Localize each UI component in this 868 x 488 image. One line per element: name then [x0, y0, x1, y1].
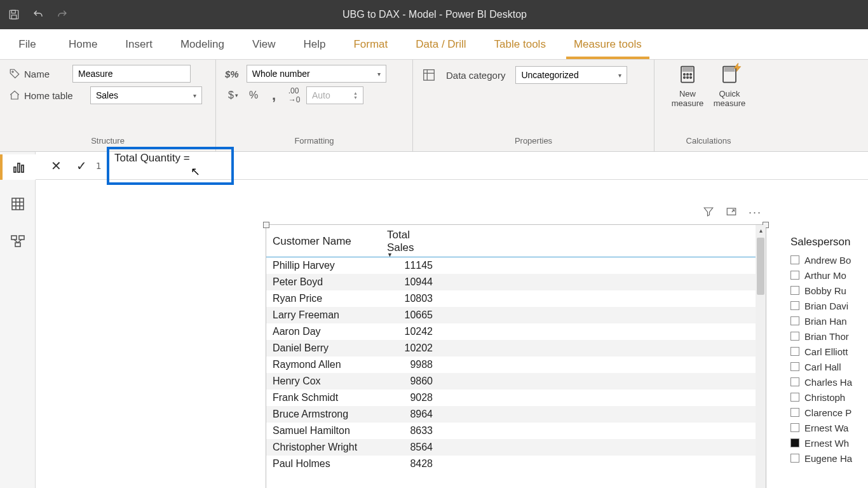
checkbox[interactable] [790, 316, 799, 325]
data-category-combo[interactable]: Uncategorized▾ [515, 66, 627, 84]
tab-format[interactable]: Format [339, 29, 402, 59]
formula-editor[interactable]: Total Quantity = ↖ [107, 147, 234, 185]
col-total-sales[interactable]: Total Sales [381, 225, 444, 257]
tab-modeling[interactable]: Modeling [166, 29, 238, 59]
data-category-label: Data category [446, 70, 505, 81]
tab-insert[interactable]: Insert [111, 29, 166, 59]
checkbox[interactable] [790, 301, 799, 310]
slicer-item[interactable]: Ernest Wa [790, 420, 868, 435]
slicer-item[interactable]: Carl Elliott [790, 344, 868, 359]
slicer-item[interactable]: Eugene Ha [790, 451, 868, 466]
scroll-up-icon[interactable]: ▴ [756, 225, 766, 235]
report-canvas[interactable]: ··· Customer Name Total Sales Phillip Ha… [36, 180, 868, 488]
slicer-item[interactable]: Clarence P [790, 405, 868, 420]
col-customer[interactable]: Customer Name [266, 225, 381, 257]
checkbox[interactable] [790, 332, 799, 341]
scroll-thumb[interactable] [757, 238, 764, 295]
table-row[interactable]: Bruce Armstrong8964 [266, 406, 766, 423]
decimal-places-input[interactable]: Auto▲▼ [306, 86, 363, 104]
slicer-item[interactable]: Charles Ha [790, 374, 868, 390]
table-row[interactable]: Ryan Price10803 [266, 290, 766, 307]
save-icon[interactable] [3, 3, 25, 26]
svg-rect-19 [22, 165, 24, 172]
slicer-item[interactable]: Andrew Bo [790, 252, 868, 268]
slicer-item[interactable]: Christoph [790, 390, 868, 405]
format-combo[interactable]: Whole number▾ [247, 65, 386, 83]
resize-handle[interactable] [263, 222, 269, 228]
data-view-button[interactable] [5, 191, 31, 217]
undo-icon[interactable] [27, 3, 50, 26]
slicer-item[interactable]: Brian Han [790, 313, 868, 329]
slicer-item-label: Eugene Ha [804, 453, 852, 464]
cell-sales: 8964 [381, 406, 444, 423]
table-row[interactable]: Paul Holmes8428 [266, 456, 766, 472]
checkbox[interactable] [790, 438, 799, 447]
table-row[interactable]: Daniel Berry10202 [266, 340, 766, 356]
tab-file[interactable]: File [0, 29, 55, 59]
data-table: Customer Name Total Sales Phillip Harvey… [266, 225, 766, 472]
table-row[interactable]: Raymond Allen9988 [266, 356, 766, 373]
percent-button[interactable]: % [245, 87, 262, 104]
tab-data-drill[interactable]: Data / Drill [402, 29, 480, 59]
tab-help[interactable]: Help [289, 29, 339, 59]
quick-measure-button[interactable]: Quick measure [712, 65, 747, 108]
svg-point-3 [12, 71, 13, 72]
new-measure-button[interactable]: New measure [670, 65, 705, 108]
slicer-item[interactable]: Arthur Mo [790, 268, 868, 283]
tab-view[interactable]: View [238, 29, 290, 59]
home-table-combo[interactable]: Sales▾ [90, 86, 202, 104]
measure-name-input[interactable] [72, 65, 191, 83]
slicer-item[interactable]: Carl Hall [790, 359, 868, 374]
cell-sales: 11145 [381, 257, 444, 274]
checkbox[interactable] [790, 255, 799, 264]
table-row[interactable]: Samuel Hamilton8633 [266, 423, 766, 439]
table-row[interactable]: Henry Cox9860 [266, 373, 766, 390]
spinner-icon[interactable]: ▲▼ [353, 91, 358, 100]
checkbox[interactable] [790, 408, 799, 417]
checkbox[interactable] [790, 347, 799, 356]
model-view-button[interactable] [5, 228, 31, 254]
tab-table-tools[interactable]: Table tools [480, 29, 560, 59]
commit-formula-button[interactable]: ✓ [69, 153, 94, 179]
chevron-down-icon: ▾ [193, 92, 196, 99]
slicer-item[interactable]: Bobby Ru [790, 283, 868, 298]
svg-rect-20 [12, 198, 24, 210]
svg-rect-2 [11, 15, 17, 19]
thousands-sep-button[interactable]: , [266, 87, 282, 104]
table-row[interactable]: Peter Boyd10944 [266, 274, 766, 290]
checkbox[interactable] [790, 362, 799, 371]
ribbon-tabs: File Home Insert Modeling View Help Form… [0, 29, 868, 60]
focus-mode-icon[interactable] [726, 206, 737, 220]
checkbox[interactable] [790, 454, 799, 463]
table-row[interactable]: Phillip Harvey11145 [266, 257, 766, 274]
cancel-formula-button[interactable]: ✕ [43, 153, 69, 179]
slicer-item-label: Ernest Wh [804, 438, 849, 449]
checkbox[interactable] [790, 423, 799, 432]
table-visual[interactable]: ··· Customer Name Total Sales Phillip Ha… [266, 224, 766, 488]
currency-button[interactable]: $▾ [225, 87, 241, 104]
cell-sales: 10202 [381, 340, 444, 356]
salesperson-slicer[interactable]: Salesperson Andrew BoArthur MoBobby RuBr… [790, 236, 868, 466]
format-icon: $% [225, 69, 239, 79]
table-row[interactable]: Frank Schmidt9028 [266, 390, 766, 406]
table-row[interactable]: Aaron Day10242 [266, 323, 766, 340]
checkbox[interactable] [790, 377, 799, 386]
decimals-button[interactable]: .00→0 [286, 87, 302, 104]
scrollbar[interactable]: ▴ [756, 225, 766, 488]
filter-icon[interactable] [703, 206, 714, 220]
checkbox[interactable] [790, 271, 799, 280]
checkbox[interactable] [790, 393, 799, 402]
tab-home[interactable]: Home [55, 29, 111, 59]
slicer-item[interactable]: Brian Davi [790, 298, 868, 313]
cell-sales: 10803 [381, 290, 444, 307]
checkbox[interactable] [790, 286, 799, 295]
report-view-button[interactable] [0, 154, 36, 180]
more-options-icon[interactable]: ··· [749, 206, 762, 220]
slicer-item[interactable]: Brian Thor [790, 329, 868, 344]
table-row[interactable]: Christopher Wright8564 [266, 439, 766, 456]
slicer-item[interactable]: Ernest Wh [790, 435, 868, 451]
group-formatting-label: Formatting [225, 136, 403, 149]
redo-icon[interactable] [51, 3, 74, 26]
table-row[interactable]: Larry Freeman10665 [266, 307, 766, 323]
tab-measure-tools[interactable]: Measure tools [560, 29, 656, 59]
